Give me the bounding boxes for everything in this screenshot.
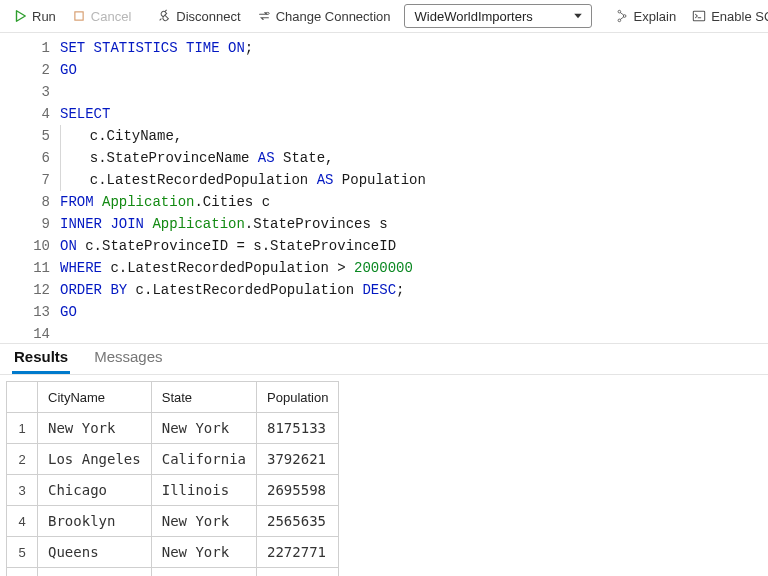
code-token: c.LatestRecordedPopulation xyxy=(90,172,317,188)
run-label: Run xyxy=(32,9,56,24)
code-line[interactable]: ORDER BY c.LatestRecordedPopulation DESC… xyxy=(60,279,768,301)
explain-icon xyxy=(615,9,629,23)
grid-cell[interactable]: New York xyxy=(151,537,256,568)
code-token: State, xyxy=(275,150,334,166)
line-number: 8 xyxy=(0,191,50,213)
table-row[interactable]: 5QueensNew York2272771 xyxy=(7,537,339,568)
row-header[interactable]: 5 xyxy=(7,537,38,568)
table-row[interactable]: 3ChicagoIllinois2695598 xyxy=(7,475,339,506)
code-line[interactable] xyxy=(60,81,768,103)
cancel-button[interactable]: Cancel xyxy=(65,6,138,27)
change-connection-icon xyxy=(257,9,271,23)
disconnect-label: Disconnect xyxy=(176,9,240,24)
chevron-down-icon xyxy=(571,9,585,23)
grid-cell[interactable]: Los Angeles xyxy=(38,444,152,475)
line-number-gutter: 1234567891011121314 xyxy=(0,33,60,343)
line-number: 2 xyxy=(0,59,50,81)
column-header[interactable]: CityName xyxy=(38,382,152,413)
code-line[interactable]: GO xyxy=(60,301,768,323)
grid-cell[interactable]: 2695598 xyxy=(257,475,339,506)
code-token: ; xyxy=(396,282,404,298)
code-token: AS xyxy=(317,172,334,188)
row-header[interactable]: 1 xyxy=(7,413,38,444)
grid-cell[interactable]: Brooklyn xyxy=(38,506,152,537)
code-token: Application xyxy=(152,216,244,232)
enable-sqlcmd-button[interactable]: Enable SQLCMD xyxy=(685,6,768,27)
code-line[interactable]: WHERE c.LatestRecordedPopulation > 20000… xyxy=(60,257,768,279)
grid-cell[interactable]: 2565635 xyxy=(257,506,339,537)
disconnect-icon xyxy=(157,9,171,23)
sql-editor[interactable]: 1234567891011121314 SET STATISTICS TIME … xyxy=(0,33,768,343)
grid-cell[interactable]: New York xyxy=(38,413,152,444)
table-row[interactable]: 2Los AngelesCalifornia3792621 xyxy=(7,444,339,475)
grid-cell[interactable]: 8175133 xyxy=(257,413,339,444)
table-header-row: CityNameStatePopulation xyxy=(7,382,339,413)
code-token xyxy=(94,194,102,210)
run-button[interactable]: Run xyxy=(6,6,63,27)
code-line[interactable]: c.LatestRecordedPopulation AS Population xyxy=(60,169,768,191)
code-line[interactable]: SELECT xyxy=(60,103,768,125)
disconnect-button[interactable]: Disconnect xyxy=(150,6,247,27)
grid-cell[interactable]: 2272771 xyxy=(257,537,339,568)
code-line[interactable]: INNER JOIN Application.StateProvinces s xyxy=(60,213,768,235)
code-line[interactable]: SET STATISTICS TIME ON; xyxy=(60,37,768,59)
code-line[interactable]: GO xyxy=(60,59,768,81)
table-row[interactable]: 6HoustonTexas2099451 xyxy=(7,568,339,577)
line-number: 14 xyxy=(0,323,50,343)
change-connection-button[interactable]: Change Connection xyxy=(250,6,398,27)
grid-cell[interactable]: California xyxy=(151,444,256,475)
code-token: GO xyxy=(60,304,77,320)
grid-cell[interactable]: Illinois xyxy=(151,475,256,506)
grid-cell[interactable]: Texas xyxy=(151,568,256,577)
code-line[interactable]: c.CityName, xyxy=(60,125,768,147)
code-token: DESC xyxy=(362,282,396,298)
results-grid[interactable]: CityNameStatePopulation1New YorkNew York… xyxy=(6,381,339,576)
column-header[interactable]: Population xyxy=(257,382,339,413)
line-number: 11 xyxy=(0,257,50,279)
line-number: 10 xyxy=(0,235,50,257)
code-token: ORDER BY xyxy=(60,282,127,298)
code-token: Population xyxy=(333,172,425,188)
grid-cell[interactable]: 3792621 xyxy=(257,444,339,475)
code-token: 2000000 xyxy=(354,260,413,276)
code-line[interactable]: FROM Application.Cities c xyxy=(60,191,768,213)
line-number: 1 xyxy=(0,37,50,59)
grid-cell[interactable]: Chicago xyxy=(38,475,152,506)
row-header[interactable]: 4 xyxy=(7,506,38,537)
row-header[interactable]: 6 xyxy=(7,568,38,577)
row-header[interactable]: 3 xyxy=(7,475,38,506)
connection-dropdown[interactable]: WideWorldImporters xyxy=(404,4,592,28)
code-token: .Cities c xyxy=(194,194,270,210)
code-line[interactable]: s.StateProvinceName AS State, xyxy=(60,147,768,169)
code-token: c.CityName, xyxy=(90,128,182,144)
tab-messages[interactable]: Messages xyxy=(92,345,164,374)
code-token: s.StateProvinceName xyxy=(90,150,258,166)
table-row[interactable]: 1New YorkNew York8175133 xyxy=(7,413,339,444)
code-token: INNER JOIN xyxy=(60,216,144,232)
code-token: WHERE xyxy=(60,260,102,276)
line-number: 7 xyxy=(0,169,50,191)
line-number: 6 xyxy=(0,147,50,169)
line-number: 9 xyxy=(0,213,50,235)
grid-cell[interactable]: New York xyxy=(151,413,256,444)
tab-results[interactable]: Results xyxy=(12,345,70,374)
line-number: 13 xyxy=(0,301,50,323)
grid-cell[interactable]: New York xyxy=(151,506,256,537)
code-line[interactable] xyxy=(60,323,768,343)
code-token: SELECT xyxy=(60,106,110,122)
sqlcmd-icon xyxy=(692,9,706,23)
code-area[interactable]: SET STATISTICS TIME ON;GOSELECT c.CityNa… xyxy=(60,33,768,343)
row-header[interactable]: 2 xyxy=(7,444,38,475)
code-token: FROM xyxy=(60,194,94,210)
editor-toolbar: Run Cancel Disconnect Change Connection … xyxy=(0,0,768,33)
table-row[interactable]: 4BrooklynNew York2565635 xyxy=(7,506,339,537)
grid-cell[interactable]: Queens xyxy=(38,537,152,568)
code-line[interactable]: ON c.StateProvinceID = s.StateProvinceID xyxy=(60,235,768,257)
grid-cell[interactable]: Houston xyxy=(38,568,152,577)
explain-button[interactable]: Explain xyxy=(608,6,684,27)
grid-cell[interactable]: 2099451 xyxy=(257,568,339,577)
code-token: c.LatestRecordedPopulation > xyxy=(102,260,354,276)
column-header[interactable]: State xyxy=(151,382,256,413)
code-token: GO xyxy=(60,62,77,78)
line-number: 5 xyxy=(0,125,50,147)
